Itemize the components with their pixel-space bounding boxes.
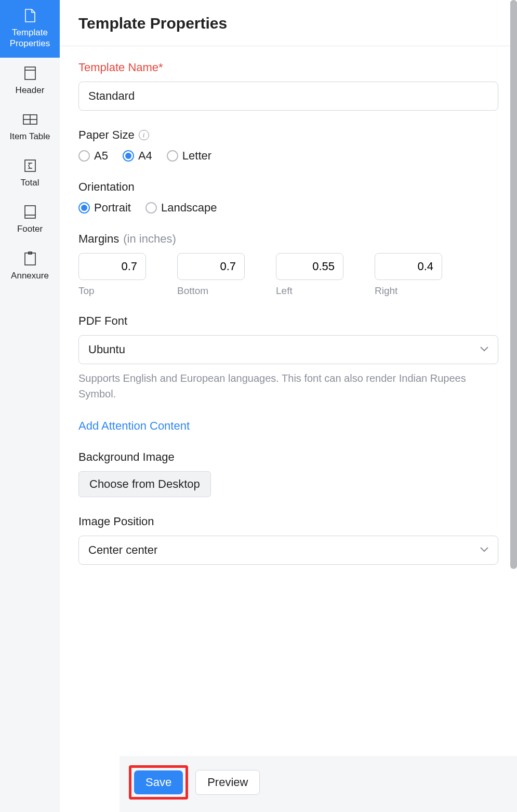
- sidebar-item-footer[interactable]: Footer: [0, 196, 60, 243]
- image-position-select[interactable]: Center center: [78, 536, 498, 565]
- paper-size-label: Paper Size i: [78, 128, 498, 142]
- sidebar-item-label: Total: [21, 177, 39, 188]
- radio-label: A4: [138, 149, 152, 163]
- save-highlight: Save: [129, 765, 188, 800]
- add-attention-content-link[interactable]: Add Attention Content: [78, 419, 190, 432]
- scrollbar[interactable]: [510, 0, 517, 569]
- pdf-font-select[interactable]: Ubuntu: [78, 335, 498, 364]
- sidebar-item-annexure[interactable]: Annexure: [0, 243, 60, 289]
- margin-bottom-input[interactable]: [177, 253, 245, 280]
- sidebar-item-template-properties[interactable]: Template Properties: [0, 0, 60, 58]
- template-name-input[interactable]: [78, 82, 498, 111]
- main-header: Template Properties: [60, 0, 517, 46]
- margin-left-label: Left: [276, 285, 343, 297]
- background-image-label: Background Image: [78, 450, 498, 464]
- orientation-label: Orientation: [78, 180, 498, 194]
- svg-rect-8: [25, 253, 35, 265]
- sidebar-item-label: Footer: [17, 223, 43, 234]
- sidebar-item-header[interactable]: Header: [0, 58, 60, 104]
- form-content: Template Name* Paper Size i A5 A4: [60, 46, 517, 812]
- orientation-radio-group: Portrait Landscape: [78, 201, 498, 215]
- footer-icon: [24, 205, 36, 219]
- sidebar-item-item-table[interactable]: Item Table: [0, 104, 60, 150]
- sidebar-item-label: Header: [16, 85, 45, 96]
- sigma-icon: [24, 158, 36, 173]
- pdf-font-help: Supports English and European languages.…: [78, 370, 498, 402]
- footer-bar: Save Preview: [120, 756, 517, 812]
- margin-right-label: Right: [375, 285, 442, 297]
- radio-label: Letter: [182, 149, 211, 163]
- sidebar-item-label: Item Table: [9, 131, 50, 142]
- margin-bottom-label: Bottom: [177, 285, 245, 297]
- file-icon: [24, 8, 36, 23]
- svg-rect-6: [25, 206, 35, 218]
- radio-label: Portrait: [94, 201, 131, 215]
- radio-portrait[interactable]: Portrait: [78, 201, 131, 215]
- sidebar-item-label: Annexure: [11, 270, 49, 281]
- sidebar-item-label: Template Properties: [10, 27, 50, 49]
- info-icon[interactable]: i: [139, 130, 149, 140]
- margin-right-input[interactable]: [375, 253, 442, 280]
- radio-a4[interactable]: A4: [123, 149, 152, 163]
- svg-rect-0: [25, 67, 35, 79]
- margin-top-input[interactable]: [78, 253, 146, 280]
- sidebar-item-total[interactable]: Total: [0, 150, 60, 196]
- template-name-label: Template Name*: [78, 61, 498, 74]
- margin-left-input[interactable]: [276, 253, 343, 280]
- radio-label: Landscape: [161, 201, 217, 215]
- paper-size-radio-group: A5 A4 Letter: [78, 149, 498, 163]
- preview-button[interactable]: Preview: [195, 770, 260, 795]
- radio-landscape[interactable]: Landscape: [145, 201, 217, 215]
- pdf-font-label: PDF Font: [78, 314, 498, 328]
- annexure-icon: [24, 251, 36, 266]
- radio-icon: [167, 150, 178, 162]
- margins-label: Margins (in inches): [78, 232, 498, 246]
- sidebar: Template Properties Header Item Table: [0, 0, 60, 812]
- radio-icon: [123, 150, 134, 162]
- svg-rect-5: [25, 160, 35, 171]
- radio-icon: [78, 202, 90, 214]
- radio-letter[interactable]: Letter: [167, 149, 211, 163]
- radio-a5[interactable]: A5: [78, 149, 108, 163]
- image-position-label: Image Position: [78, 515, 498, 528]
- margin-top-label: Top: [78, 285, 146, 297]
- header-icon: [24, 66, 36, 81]
- table-icon: [23, 112, 37, 127]
- radio-icon: [145, 202, 157, 214]
- radio-icon: [78, 150, 90, 162]
- main-panel: Template Properties Template Name* Paper…: [60, 0, 517, 812]
- radio-label: A5: [94, 149, 108, 163]
- page-title: Template Properties: [78, 15, 498, 32]
- save-button[interactable]: Save: [134, 770, 183, 794]
- choose-from-desktop-button[interactable]: Choose from Desktop: [78, 471, 211, 497]
